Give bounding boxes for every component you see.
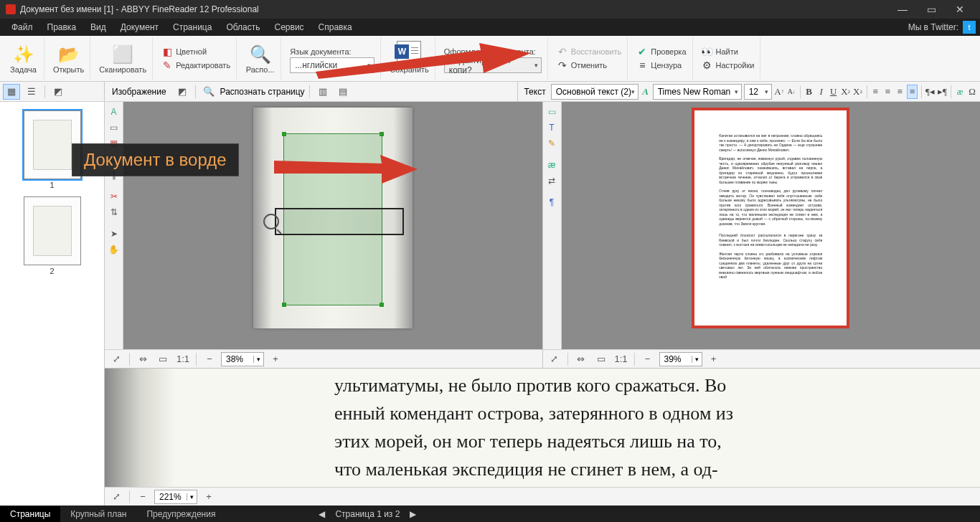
img-zoom-in-button[interactable]: + xyxy=(267,351,284,367)
ribbon-undo[interactable]: ↶Восстановить xyxy=(557,45,621,58)
txt-zoom-out-button[interactable]: − xyxy=(639,351,656,367)
gear-icon: ⚙ xyxy=(702,60,713,71)
underline-button[interactable]: U xyxy=(829,85,839,99)
tool-reorder[interactable]: ⇅ xyxy=(107,205,121,219)
tool-hand[interactable]: ✋ xyxy=(107,242,121,257)
bold-button[interactable]: B xyxy=(804,85,814,99)
image-tool-b[interactable]: ▤ xyxy=(334,84,352,100)
img-fit-page-button[interactable]: ▭ xyxy=(154,351,171,367)
txt-tool-highlight[interactable]: T xyxy=(545,120,559,135)
tool-area-text[interactable]: A xyxy=(107,105,121,119)
zoom-line-1: ультиматумы, не было против кого сражать… xyxy=(334,375,726,396)
menu-file[interactable]: Файл xyxy=(4,20,40,34)
img-zoom-value[interactable]: 38%▾ xyxy=(221,352,264,366)
text-page-view[interactable]: Капитан остановился на миг в нетроении, … xyxy=(562,102,981,349)
txt-zoom-in-button[interactable]: + xyxy=(705,351,722,367)
ribbon-color-mode[interactable]: ◧Цветной xyxy=(161,45,230,58)
zoom-in-button[interactable]: + xyxy=(200,489,217,505)
ribbon-settings-label: Настройки xyxy=(716,61,755,70)
tool-area-image[interactable]: ▭ xyxy=(107,120,121,135)
ribbon-check[interactable]: ✔Проверка xyxy=(636,45,686,58)
view-details-button[interactable]: ☰ xyxy=(23,84,40,100)
image-settings-button[interactable]: ◩ xyxy=(174,84,191,100)
insert-symbol-button[interactable]: æ xyxy=(955,85,965,99)
ribbon-cancel[interactable]: ↷Отменить xyxy=(557,59,621,72)
ribbon-edit-image[interactable]: ✎Редактировать xyxy=(161,59,230,72)
font-dropdown[interactable]: Times New Roman xyxy=(653,84,742,100)
txt-tool-replace[interactable]: ⇄ xyxy=(545,174,559,188)
image-tool-a[interactable]: ▥ xyxy=(314,84,331,100)
img-fit-width-button[interactable]: ⇔ xyxy=(134,351,151,367)
txt-zoom-value[interactable]: 39%▾ xyxy=(659,352,702,366)
close-button[interactable]: ✕ xyxy=(946,4,974,15)
subscript-button[interactable]: X2 xyxy=(853,85,863,99)
align-center-button[interactable]: ≡ xyxy=(882,85,892,99)
ribbon-censor[interactable]: ≡Цензура xyxy=(636,59,686,72)
image-page-view[interactable] xyxy=(123,102,542,349)
menu-page[interactable]: Страница xyxy=(166,20,219,34)
zoom-collapse-button[interactable]: ⤢ xyxy=(108,489,125,505)
menu-area[interactable]: Область xyxy=(219,20,267,34)
twitter-icon[interactable]: t xyxy=(963,21,976,34)
folder-open-icon: 📂 xyxy=(58,44,80,65)
shrink-font-button[interactable]: A↓ xyxy=(786,85,796,99)
omega-button[interactable]: Ω xyxy=(967,85,977,99)
zoom-out-button[interactable]: − xyxy=(134,489,151,505)
menu-view[interactable]: Вид xyxy=(83,20,113,34)
style-edit-button[interactable]: A xyxy=(641,85,651,99)
ribbon-scan[interactable]: ⬜ Сканировать xyxy=(93,37,153,80)
img-zoom-out-button[interactable]: − xyxy=(201,351,218,367)
ribbon-recognize-label: Распо... xyxy=(246,65,275,74)
txt-actual-size-button[interactable]: 1:1 xyxy=(613,351,630,367)
style-value: Основной текст (2) xyxy=(556,87,631,97)
txt-tool-image[interactable]: ▭ xyxy=(545,105,559,119)
img-actual-size-button[interactable]: 1:1 xyxy=(174,351,192,367)
view-thumbnails-button[interactable]: ▦ xyxy=(3,84,20,100)
thumb-settings-button[interactable]: ◩ xyxy=(50,84,67,100)
thumbnail-2[interactable] xyxy=(24,196,81,265)
zoom-view[interactable]: ультиматумы, не было против кого сражать… xyxy=(105,369,980,506)
magnify-page-icon: 🔍 xyxy=(250,44,271,65)
grow-font-button[interactable]: A↑ xyxy=(774,85,784,99)
tool-cut[interactable]: ✂ xyxy=(107,189,121,204)
txt-tool-para[interactable]: ¶ xyxy=(545,195,559,209)
align-left-button[interactable]: ≡ xyxy=(870,85,880,99)
superscript-button[interactable]: X2 xyxy=(841,85,851,99)
menu-tools[interactable]: Сервис xyxy=(268,20,311,34)
txt-fit-width-button[interactable]: ⇔ xyxy=(573,351,590,367)
menu-document[interactable]: Документ xyxy=(113,20,166,34)
txt-tool-note[interactable]: ✎ xyxy=(545,136,559,151)
annotation-tooltip: Документ в ворде xyxy=(72,143,239,176)
minimize-button[interactable]: — xyxy=(888,4,917,15)
pager-next[interactable]: ▶ xyxy=(410,509,416,519)
rtl-button[interactable]: ¶◂ xyxy=(925,85,935,99)
menu-help[interactable]: Справка xyxy=(311,20,359,34)
status-tab-pages[interactable]: Страницы xyxy=(0,506,60,522)
status-tab-warn[interactable]: Предупреждения xyxy=(136,506,225,522)
menu-edit[interactable]: Правка xyxy=(40,20,84,34)
zoom-value[interactable]: 221%▾ xyxy=(154,490,197,504)
ltr-button[interactable]: ▸¶ xyxy=(937,85,947,99)
ribbon-task[interactable]: ✨ Задача xyxy=(3,37,44,80)
recognize-page-button[interactable]: Распознать страницу xyxy=(220,87,305,97)
pager-prev[interactable]: ◀ xyxy=(319,509,325,519)
magnifier-selection[interactable] xyxy=(275,208,404,235)
maximize-button[interactable]: ▭ xyxy=(917,4,946,15)
align-justify-button[interactable]: ≡ xyxy=(907,85,918,99)
status-tab-zoom[interactable]: Крупный план xyxy=(60,506,136,522)
ribbon-open[interactable]: 📂 Открыть xyxy=(47,37,90,80)
italic-button[interactable]: I xyxy=(816,85,826,99)
ribbon-recognize[interactable]: 🔍 Распо... xyxy=(240,37,281,80)
window-title: Документ без имени [1] - ABBYY FineReade… xyxy=(20,4,888,14)
align-right-button[interactable]: ≡ xyxy=(895,85,905,99)
txt-fit-page-button[interactable]: ▭ xyxy=(593,351,610,367)
txt-collapse-button[interactable]: ⤢ xyxy=(546,351,563,367)
img-collapse-button[interactable]: ⤢ xyxy=(108,351,125,367)
ribbon-settings[interactable]: ⚙Настройки xyxy=(702,59,755,72)
ribbon-find[interactable]: 👀Найти xyxy=(702,45,755,58)
tool-pointer[interactable]: ➤ xyxy=(107,227,121,241)
font-size-dropdown[interactable]: 12 xyxy=(744,84,772,100)
txt-tool-find[interactable]: æ xyxy=(545,158,559,172)
text-para-2: Бригадир, не отвечая, взмахнул рукой, от… xyxy=(719,156,822,184)
style-dropdown[interactable]: Основной текст (2) xyxy=(551,84,639,100)
